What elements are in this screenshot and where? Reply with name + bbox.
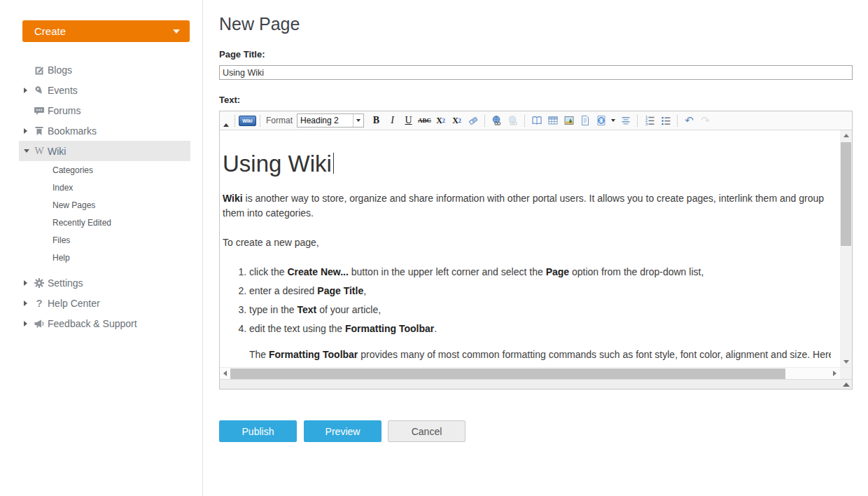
embed-media-button[interactable] (594, 113, 608, 128)
chevron-right-icon[interactable] (24, 301, 27, 306)
scroll-right-button[interactable] (830, 368, 840, 380)
scroll-up-button[interactable] (840, 130, 852, 141)
publish-button[interactable]: Publish (219, 420, 297, 442)
sidebar-item-bookmarks[interactable]: Bookmarks (19, 120, 190, 141)
align-button[interactable] (618, 113, 633, 128)
chevron-down-icon[interactable] (24, 149, 29, 153)
redo-icon: ↷ (701, 114, 710, 127)
scroll-left-button[interactable] (220, 368, 230, 380)
triangle-down-icon (844, 360, 849, 364)
chevron-right-icon[interactable] (24, 128, 27, 134)
resize-handle-icon[interactable] (843, 383, 850, 387)
preview-button[interactable]: Preview (304, 420, 382, 442)
page-title: New Page (219, 14, 868, 34)
sidebar-item-label: Help Center (48, 298, 100, 309)
editor-document[interactable]: Using Wiki Wiki is another way to store,… (220, 130, 852, 362)
vertical-scrollbar[interactable] (840, 130, 852, 367)
text-cursor (333, 153, 334, 174)
bulleted-list-button[interactable] (658, 113, 673, 128)
sidebar-item-wiki[interactable]: W Wiki (19, 141, 190, 161)
wiki-markup-button[interactable]: Wiki (239, 116, 256, 126)
strikethrough-icon: ABC (418, 117, 431, 124)
sidebar-item-feedback-support[interactable]: Feedback & Support (19, 313, 190, 333)
question-icon: ? (33, 297, 46, 310)
wiki-w-icon: W (33, 145, 46, 158)
insert-page-button[interactable] (529, 113, 544, 128)
undo-icon: ↶ (685, 114, 694, 127)
numbered-list-button[interactable]: 123 (642, 113, 657, 128)
sidebar-item-events[interactable]: Events (19, 80, 190, 100)
sidebar-item-settings[interactable]: Settings (19, 273, 190, 293)
undo-button[interactable]: ↶ (682, 113, 696, 128)
sidebar-item-blogs[interactable]: Blogs (19, 60, 190, 80)
strikethrough-button[interactable]: ABC (417, 113, 432, 128)
subitem-label: Help (52, 253, 70, 263)
page-title-label: Page Title: (219, 49, 868, 60)
triangle-up-icon (844, 134, 849, 137)
sidebar: Create Blogs Events Foru (0, 0, 203, 496)
sidebar-subitem-files[interactable]: Files (19, 231, 190, 249)
sidebar-subitem-new-pages[interactable]: New Pages (19, 196, 190, 214)
toolbar-separator (524, 115, 525, 127)
blog-icon (33, 64, 46, 76)
subitem-label: Categories (52, 165, 93, 175)
sidebar-item-label: Blogs (48, 64, 72, 76)
cancel-button[interactable]: Cancel (388, 420, 465, 442)
format-dropdown-button[interactable] (353, 114, 363, 127)
italic-button[interactable]: I (385, 113, 400, 128)
triangle-right-icon (833, 371, 836, 376)
redo-button[interactable]: ↷ (698, 113, 713, 128)
sidebar-item-forums[interactable]: Forums (19, 100, 190, 120)
chevron-right-icon[interactable] (24, 280, 27, 286)
toolbar-separator (637, 115, 638, 127)
toolbar-separator (260, 115, 260, 127)
remove-format-button[interactable] (465, 113, 480, 128)
chevron-right-icon[interactable] (24, 88, 27, 93)
svg-text:3: 3 (645, 122, 648, 126)
chevron-down-icon (356, 119, 360, 122)
insert-table-button[interactable] (545, 113, 560, 128)
document-icon (580, 115, 591, 126)
subscript-button[interactable]: X2 (433, 113, 448, 128)
format-label: Format (266, 116, 293, 125)
subitem-label: Files (52, 235, 70, 245)
paragraph: To create a new page, (223, 235, 831, 250)
insert-image-button[interactable] (561, 113, 576, 128)
horizontal-scroll-thumb[interactable] (230, 368, 785, 379)
event-pin-icon (33, 84, 46, 97)
text-label: Text: (219, 95, 868, 105)
sidebar-subitem-recently-edited[interactable]: Recently Edited (19, 214, 190, 231)
list-item: type in the Text of your article, (249, 305, 831, 315)
chevron-right-icon[interactable] (24, 321, 27, 326)
paragraph: Wiki is another way to store, organize a… (223, 191, 831, 221)
list-item: click the Create New... button in the up… (249, 267, 831, 277)
superscript-button[interactable]: X2 (449, 113, 464, 128)
list-item: enter a desired Page Title, (249, 286, 831, 296)
scroll-down-button[interactable] (840, 357, 852, 367)
chevron-down-icon (173, 29, 180, 34)
remove-link-button[interactable] (505, 113, 520, 128)
insert-template-button[interactable] (578, 113, 592, 128)
editor-content-area[interactable]: Using Wiki Wiki is another way to store,… (220, 130, 852, 367)
form-actions: Publish Preview Cancel (219, 420, 868, 442)
horizontal-scroll-track[interactable] (230, 368, 830, 380)
collapse-toolbar-icon[interactable] (223, 123, 229, 127)
sidebar-item-help-center[interactable]: ? Help Center (19, 293, 190, 313)
megaphone-icon (33, 317, 46, 330)
horizontal-scrollbar[interactable] (220, 367, 852, 379)
vertical-scroll-thumb[interactable] (841, 142, 851, 246)
underline-button[interactable]: U (401, 113, 416, 128)
create-button[interactable]: Create (22, 20, 190, 42)
forum-icon (33, 104, 46, 117)
embed-dropdown-icon[interactable] (611, 119, 615, 122)
sidebar-subitem-categories[interactable]: Categories (19, 161, 190, 179)
bold-button[interactable]: B (369, 113, 384, 128)
link-icon (491, 115, 503, 126)
editor-bottom-bar (220, 379, 852, 389)
image-icon (564, 115, 575, 126)
insert-link-button[interactable] (489, 113, 504, 128)
page-title-input[interactable] (219, 65, 853, 80)
sidebar-subitem-help[interactable]: Help (19, 249, 190, 266)
format-select[interactable]: Heading 2 (297, 113, 364, 128)
sidebar-subitem-index[interactable]: Index (19, 179, 190, 196)
